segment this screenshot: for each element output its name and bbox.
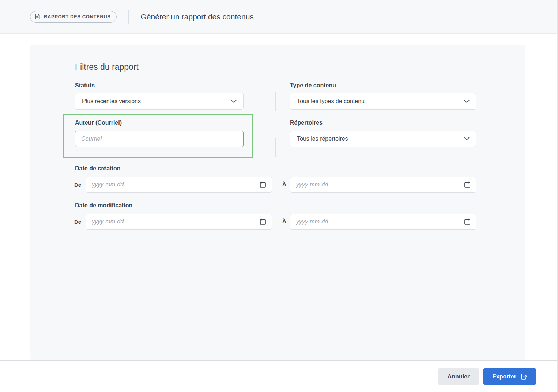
generate-content-report-page: RAPPORT DES CONTENUS Générer un rapport …	[0, 0, 558, 392]
repertoires-select[interactable]: Tous les répertoires	[290, 131, 476, 147]
export-button[interactable]: Exporter	[483, 368, 536, 385]
date-modification-from-label: De	[74, 219, 81, 225]
type-contenu-select[interactable]: Tous les types de contenu	[290, 93, 476, 110]
header-divider	[128, 10, 129, 24]
export-button-label: Exporter	[492, 373, 516, 380]
page-header: RAPPORT DES CONTENUS Générer un rapport …	[0, 0, 558, 34]
auteur-label: Auteur (Courriel)	[75, 120, 122, 126]
chevron-down-icon	[464, 100, 470, 103]
date-creation-from-wrap	[86, 177, 272, 193]
badge-label: RAPPORT DES CONTENUS	[44, 14, 110, 19]
chevron-down-icon	[464, 137, 470, 140]
footer-action-bar: Annuler Exporter	[0, 361, 558, 392]
date-modification-from-input[interactable]	[86, 214, 272, 230]
date-creation-to-input[interactable]	[290, 177, 476, 193]
date-creation-label: Date de création	[75, 165, 120, 172]
export-file-arrow-icon	[520, 373, 527, 380]
auteur-email-input[interactable]	[75, 131, 244, 147]
repertoires-selected-value: Tous les répertoires	[297, 136, 348, 142]
date-creation-to-label: À	[282, 181, 286, 187]
column-divider-top	[275, 92, 276, 111]
cancel-button[interactable]: Annuler	[438, 368, 479, 385]
type-contenu-label: Type de contenu	[290, 82, 336, 89]
statuts-selected-value: Plus récentes versions	[82, 98, 141, 105]
date-creation-from-label: De	[74, 182, 81, 188]
column-divider-bottom	[275, 138, 276, 157]
report-filters-card: Filtres du rapport Statuts Plus récentes…	[30, 45, 525, 360]
content-report-badge[interactable]: RAPPORT DES CONTENUS	[30, 11, 117, 23]
report-document-icon	[34, 13, 41, 20]
date-creation-to-wrap	[290, 177, 476, 193]
repertoires-label: Répertoires	[290, 120, 323, 126]
statuts-select[interactable]: Plus récentes versions	[75, 93, 244, 110]
chevron-down-icon	[231, 100, 237, 103]
type-contenu-selected-value: Tous les types de contenu	[297, 98, 365, 105]
page-title: Générer un rapport des contenus	[140, 12, 253, 21]
date-modification-from-wrap	[86, 214, 272, 230]
filters-heading: Filtres du rapport	[75, 62, 139, 72]
date-modification-to-input[interactable]	[290, 214, 476, 230]
statuts-label: Statuts	[75, 82, 95, 89]
date-creation-from-input[interactable]	[86, 177, 272, 193]
date-modification-to-label: À	[282, 218, 286, 224]
date-modification-to-wrap	[290, 214, 476, 230]
date-modification-label: Date de modification	[75, 202, 132, 209]
